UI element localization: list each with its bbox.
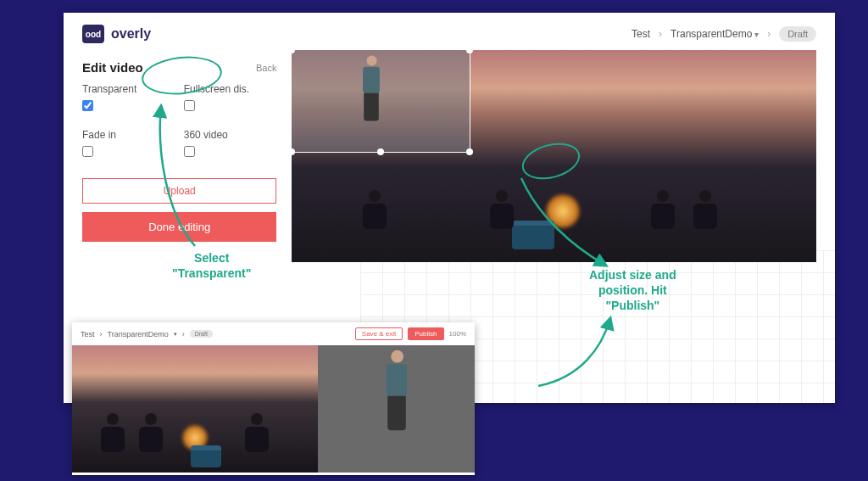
- upload-button[interactable]: Upload: [82, 178, 276, 204]
- chevron-right-icon: ›: [659, 28, 662, 40]
- done-editing-button[interactable]: Done editing: [82, 212, 276, 242]
- brand-logo-icon: ood: [82, 25, 104, 43]
- option-fadein: Fade in: [82, 129, 175, 159]
- top-bar: ood overly Test › TransparentDemo › Draf…: [64, 13, 835, 52]
- canvas-preview[interactable]: ⟲⟳ ✕: [292, 50, 816, 262]
- breadcrumb-project[interactable]: Test: [81, 330, 95, 338]
- scene-person: [648, 190, 678, 232]
- breadcrumb: Test › TransparentDemo▾ › Draft: [81, 330, 213, 338]
- option-fullscreen: Fullscreen dis.: [184, 83, 277, 114]
- scene-person: [97, 413, 128, 456]
- overlay-thumbnail[interactable]: [318, 345, 475, 473]
- brand: ood overly: [82, 25, 151, 43]
- work-area: Edit video Back Transparent Fullscreen d…: [64, 52, 835, 262]
- annotation-text: Adjust size and position. Hit "Publish": [589, 267, 676, 314]
- option-transparent: Transparent: [82, 83, 175, 114]
- scene-cooler: [191, 445, 221, 467]
- panel-title: Edit video: [82, 60, 143, 75]
- overlay-person: [381, 350, 413, 431]
- resize-handle[interactable]: [292, 50, 295, 53]
- annotation-text: Select "Transparent": [172, 250, 251, 281]
- option-360: 360 video: [184, 129, 277, 159]
- zoom-indicator[interactable]: 100%: [449, 330, 466, 338]
- resize-handle[interactable]: [292, 148, 295, 155]
- resize-handle[interactable]: [466, 148, 473, 155]
- status-badge: Draft: [190, 330, 213, 338]
- overlay-person: [359, 56, 385, 121]
- scene-thumbnail[interactable]: ⟲⟳: [72, 345, 318, 473]
- breadcrumb-project[interactable]: Test: [632, 28, 650, 40]
- canvas-row: ⟲⟳: [72, 345, 475, 473]
- resize-handle[interactable]: [466, 50, 473, 53]
- chevron-right-icon: ›: [100, 330, 103, 338]
- breadcrumb-scene[interactable]: TransparentDemo: [670, 28, 759, 40]
- option-label: Transparent: [82, 83, 175, 95]
- breadcrumb: Test › TransparentDemo › Draft: [632, 26, 816, 42]
- video-overlay-selection[interactable]: ⟲⟳ ✕: [292, 50, 470, 152]
- publish-window: Test › TransparentDemo▾ › Draft Save & e…: [72, 322, 475, 475]
- scene-person: [359, 190, 390, 232]
- video360-checkbox[interactable]: [184, 146, 195, 157]
- option-label: Fullscreen dis.: [184, 83, 277, 95]
- fullscreen-checkbox[interactable]: [184, 100, 195, 111]
- back-link[interactable]: Back: [256, 63, 276, 73]
- scene-person: [136, 413, 166, 456]
- scene-cooler: [512, 221, 554, 249]
- scene-person: [242, 413, 272, 456]
- option-label: Fade in: [82, 129, 175, 141]
- status-badge: Draft: [779, 26, 816, 42]
- edit-video-panel: Edit video Back Transparent Fullscreen d…: [82, 52, 276, 262]
- chevron-right-icon: ›: [182, 330, 185, 338]
- chevron-right-icon: ›: [767, 28, 771, 40]
- fadein-checkbox[interactable]: [82, 146, 93, 157]
- scene-person: [487, 190, 517, 232]
- breadcrumb-scene[interactable]: TransparentDemo: [108, 330, 169, 338]
- top-bar: Test › TransparentDemo▾ › Draft Save & e…: [72, 322, 475, 345]
- scene-person: [690, 190, 721, 232]
- save-exit-button[interactable]: Save & exit: [355, 327, 403, 340]
- resize-handle[interactable]: [377, 148, 384, 155]
- brand-name: overly: [111, 26, 151, 42]
- transparent-checkbox[interactable]: [82, 100, 93, 111]
- option-label: 360 video: [184, 129, 277, 141]
- publish-button[interactable]: Publish: [408, 327, 443, 340]
